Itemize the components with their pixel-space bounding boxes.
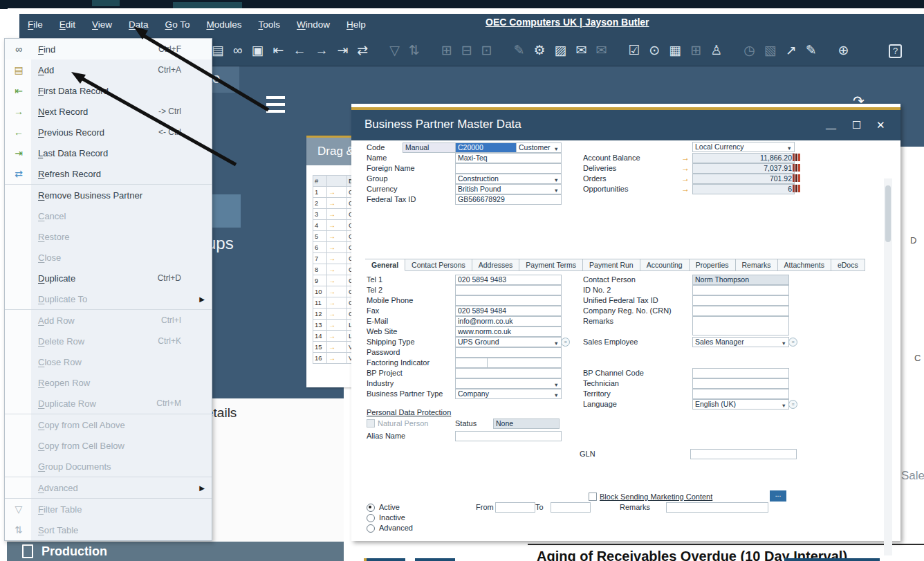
- menu-item-filter-table[interactable]: ▽ Filter Table: [5, 499, 212, 519]
- edit-doc-icon[interactable]: ✎: [806, 44, 817, 57]
- choose-from-list-icon[interactable]: ≡: [788, 338, 797, 347]
- code-input[interactable]: C20000: [455, 142, 519, 153]
- chart-icon[interactable]: [793, 185, 800, 192]
- menu-data[interactable]: Data: [129, 19, 149, 30]
- industry-combo[interactable]: ▼: [455, 378, 562, 389]
- menu-window[interactable]: Window: [297, 19, 330, 30]
- menu-item-duplicate-to[interactable]: Duplicate To ▶: [5, 288, 212, 310]
- schedule-icon[interactable]: ◷: [743, 44, 755, 57]
- menu-item-close-row[interactable]: Close Row: [5, 351, 212, 372]
- ok-button[interactable]: OK: [367, 558, 405, 561]
- find-icon[interactable]: ∞: [233, 44, 243, 57]
- territory-input[interactable]: [692, 389, 789, 399]
- menu-item-add-row[interactable]: Add Row Ctrl+I: [5, 310, 212, 331]
- currency-combo[interactable]: British Pound▼: [455, 184, 562, 194]
- checklist-icon[interactable]: ☑: [628, 44, 640, 57]
- fax-input[interactable]: 020 5894 9484: [455, 306, 562, 316]
- production-module-bar[interactable]: Production: [7, 542, 344, 561]
- link-arrow-icon[interactable]: →: [681, 174, 690, 183]
- to-input[interactable]: [551, 502, 591, 513]
- menu-item-find[interactable]: ∞ Find Ctrl+F: [5, 39, 212, 59]
- language-combo[interactable]: English (UK)▼: [692, 399, 789, 410]
- natural-person-checkbox[interactable]: [367, 419, 375, 427]
- factoring-indicator-desc[interactable]: [487, 358, 562, 368]
- link-arrow-icon[interactable]: →: [681, 163, 690, 173]
- website-input[interactable]: www.norm.co.uk: [455, 327, 562, 337]
- email-input[interactable]: info@norm.co.uk: [455, 316, 562, 327]
- group-combo[interactable]: Construction▼: [455, 174, 562, 184]
- tab-payment-terms[interactable]: Payment Terms: [519, 259, 583, 271]
- cancel-button[interactable]: Cancel: [415, 558, 455, 561]
- panel-icon[interactable]: ▤: [212, 44, 224, 57]
- tab-properties[interactable]: Properties: [690, 259, 736, 271]
- tab-contact-persons[interactable]: Contact Persons: [405, 259, 472, 271]
- menu-item-remove-business-partner[interactable]: Remove Business Partner: [5, 185, 212, 205]
- menu-item-last-data-record[interactable]: ⇥ Last Data Record: [5, 142, 212, 163]
- menu-item-copy-from-cell-below[interactable]: Copy from Cell Below: [5, 435, 212, 456]
- menu-item-next-record[interactable]: → Next Record -> Ctrl: [5, 101, 212, 122]
- alert-card-icon[interactable]: ⊙: [649, 44, 660, 57]
- tab-accounting[interactable]: Accounting: [640, 259, 690, 271]
- message-icon[interactable]: ✉: [575, 44, 586, 57]
- sales-employee-combo[interactable]: Sales Manager▼: [692, 337, 789, 347]
- customize-form-icon[interactable]: ▨: [555, 44, 567, 57]
- more-options-button[interactable]: ...: [770, 490, 786, 502]
- document-g-icon[interactable]: ⊡: [481, 44, 492, 57]
- bp-category-combo[interactable]: Customer▼: [516, 142, 562, 153]
- web-client-icon[interactable]: ⊕: [838, 44, 849, 57]
- remarks-input[interactable]: [692, 316, 789, 335]
- menu-modules[interactable]: Modules: [206, 19, 241, 30]
- code-mode-combo[interactable]: Manual: [403, 142, 458, 153]
- alias-name-input[interactable]: [455, 431, 562, 441]
- active-radio[interactable]: [367, 504, 375, 512]
- next-record-icon[interactable]: →: [315, 44, 328, 57]
- tel2-input[interactable]: [455, 285, 562, 295]
- name-input[interactable]: Maxi-Teq: [455, 153, 562, 163]
- tab-edocs[interactable]: eDocs: [831, 259, 865, 271]
- menu-item-close[interactable]: Close: [5, 247, 212, 268]
- scrollbar-thumb[interactable]: [885, 185, 891, 242]
- menu-item-delete-row[interactable]: Delete Row Ctrl+K: [5, 331, 212, 351]
- advanced-radio[interactable]: [367, 524, 375, 533]
- minimize-icon[interactable]: —: [826, 122, 836, 134]
- block-marketing-checkbox[interactable]: [589, 493, 597, 501]
- bp-type-combo[interactable]: Company▼: [455, 389, 562, 399]
- from-input[interactable]: [495, 502, 535, 513]
- link-window-icon[interactable]: ⊞: [441, 44, 452, 57]
- maximize-icon[interactable]: ☐: [852, 119, 861, 131]
- factoring-indicator-input[interactable]: [455, 358, 490, 368]
- menu-item-duplicate-row[interactable]: Duplicate Row Ctrl+M: [5, 393, 212, 414]
- dialog-titlebar[interactable]: Business Partner Master Data — ☐ ✕: [351, 110, 900, 140]
- menu-item-group-documents[interactable]: Group Documents: [5, 456, 212, 477]
- chart-icon[interactable]: [793, 154, 800, 161]
- close-icon[interactable]: ✕: [876, 119, 885, 131]
- tab-attachments[interactable]: Attachments: [778, 259, 831, 271]
- id-no2-input[interactable]: [692, 285, 789, 295]
- hamburger-menu-icon[interactable]: [266, 96, 285, 117]
- tab-payment-run[interactable]: Payment Run: [583, 259, 640, 271]
- refresh-record-icon[interactable]: ⇄: [357, 44, 368, 57]
- unified-federal-tax-input[interactable]: [692, 295, 789, 306]
- org-chart-icon[interactable]: ⊞: [690, 44, 701, 57]
- tab-general[interactable]: General: [365, 259, 405, 271]
- layout-icon[interactable]: ▧: [764, 44, 777, 57]
- password-input[interactable]: [455, 347, 562, 358]
- menu-item-duplicate[interactable]: Duplicate Ctrl+D: [5, 268, 212, 288]
- message-sent-icon[interactable]: ✉: [595, 44, 607, 57]
- inactive-radio[interactable]: [367, 514, 375, 522]
- chart-icon[interactable]: [793, 164, 800, 172]
- menu-item-sort-table[interactable]: ⇅ Sort Table: [5, 519, 212, 540]
- menu-view[interactable]: View: [92, 19, 112, 30]
- add-record-icon[interactable]: ▣: [252, 44, 264, 57]
- last-record-icon[interactable]: ⇥: [337, 44, 348, 57]
- menu-help[interactable]: Help: [346, 19, 366, 30]
- first-record-icon[interactable]: ⇤: [272, 44, 284, 57]
- menu-edit[interactable]: Edit: [59, 19, 75, 30]
- mobile-input[interactable]: [455, 295, 562, 306]
- sort-icon[interactable]: ⇅: [409, 44, 420, 57]
- menu-tools[interactable]: Tools: [258, 19, 280, 30]
- menu-item-add[interactable]: ▤ Add Ctrl+A: [5, 59, 212, 80]
- choose-from-list-icon[interactable]: ≡: [561, 338, 570, 347]
- menu-item-copy-from-cell-above[interactable]: Copy from Cell Above: [5, 414, 212, 435]
- menu-item-restore[interactable]: Restore: [5, 226, 212, 247]
